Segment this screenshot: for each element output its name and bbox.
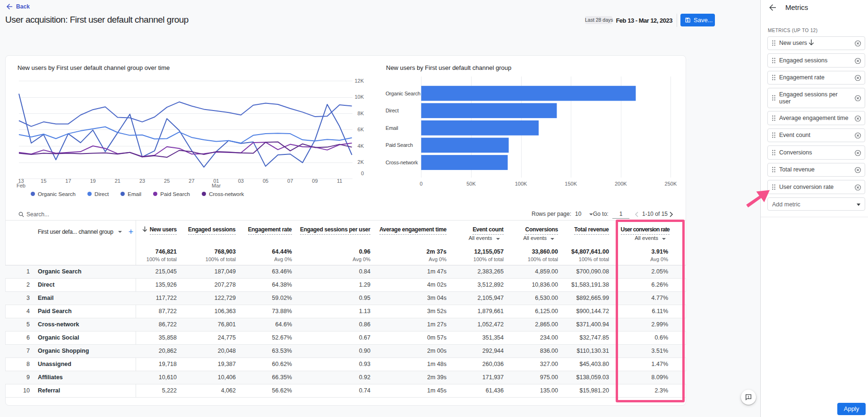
svg-text:21: 21 (115, 178, 120, 184)
svg-text:17: 17 (65, 178, 71, 184)
svg-text:Organic Search: Organic Search (386, 91, 421, 96)
svg-text:19: 19 (90, 178, 95, 184)
svg-text:0: 0 (361, 170, 364, 176)
svg-text:6K: 6K (358, 127, 364, 132)
svg-text:Cross-network: Cross-network (386, 160, 418, 165)
svg-text:23: 23 (139, 178, 145, 184)
svg-text:25: 25 (164, 178, 170, 184)
svg-text:50K: 50K (466, 181, 476, 187)
svg-text:8K: 8K (358, 111, 364, 116)
svg-text:100K: 100K (515, 181, 527, 187)
svg-text:09: 09 (312, 178, 318, 184)
svg-text:0: 0 (420, 181, 422, 187)
svg-text:2K: 2K (358, 159, 364, 165)
svg-text:05: 05 (263, 178, 268, 184)
svg-text:15: 15 (41, 178, 46, 184)
svg-text:4K: 4K (358, 143, 364, 149)
svg-text:Mar: Mar (212, 183, 221, 188)
svg-text:Feb: Feb (17, 183, 26, 188)
svg-text:200K: 200K (615, 181, 627, 187)
svg-text:Direct: Direct (386, 108, 399, 113)
svg-text:07: 07 (287, 178, 293, 184)
svg-text:12K: 12K (354, 78, 364, 84)
svg-text:11: 11 (337, 178, 342, 184)
svg-text:03: 03 (238, 178, 244, 184)
svg-text:27: 27 (189, 178, 194, 184)
svg-text:Email: Email (386, 125, 398, 131)
svg-text:150K: 150K (565, 181, 577, 187)
svg-text:250K: 250K (665, 181, 677, 187)
svg-text:Paid Search: Paid Search (386, 142, 413, 148)
svg-text:10K: 10K (354, 94, 364, 100)
